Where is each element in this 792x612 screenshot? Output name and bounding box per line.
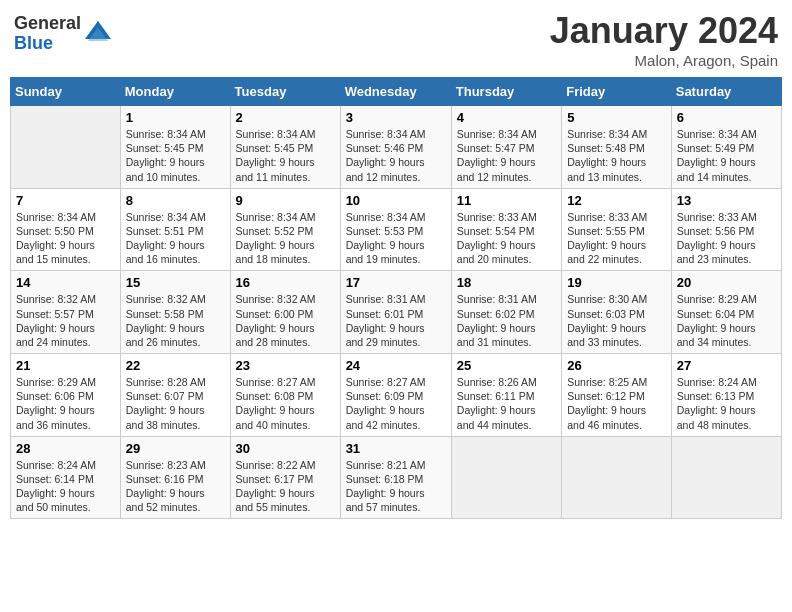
header-tuesday: Tuesday: [230, 78, 340, 106]
logo-blue-text: Blue: [14, 34, 81, 54]
day-number: 24: [346, 358, 446, 373]
day-info: Sunrise: 8:23 AM Sunset: 6:16 PM Dayligh…: [126, 458, 225, 515]
calendar-cell: 28Sunrise: 8:24 AM Sunset: 6:14 PM Dayli…: [11, 436, 121, 519]
calendar-cell: 15Sunrise: 8:32 AM Sunset: 5:58 PM Dayli…: [120, 271, 230, 354]
day-info: Sunrise: 8:34 AM Sunset: 5:47 PM Dayligh…: [457, 127, 556, 184]
day-info: Sunrise: 8:32 AM Sunset: 6:00 PM Dayligh…: [236, 292, 335, 349]
header-monday: Monday: [120, 78, 230, 106]
day-info: Sunrise: 8:28 AM Sunset: 6:07 PM Dayligh…: [126, 375, 225, 432]
day-info: Sunrise: 8:24 AM Sunset: 6:13 PM Dayligh…: [677, 375, 776, 432]
calendar-cell: 10Sunrise: 8:34 AM Sunset: 5:53 PM Dayli…: [340, 188, 451, 271]
day-number: 27: [677, 358, 776, 373]
calendar-week-row: 21Sunrise: 8:29 AM Sunset: 6:06 PM Dayli…: [11, 354, 782, 437]
calendar-week-row: 7Sunrise: 8:34 AM Sunset: 5:50 PM Daylig…: [11, 188, 782, 271]
day-info: Sunrise: 8:33 AM Sunset: 5:56 PM Dayligh…: [677, 210, 776, 267]
calendar-week-row: 28Sunrise: 8:24 AM Sunset: 6:14 PM Dayli…: [11, 436, 782, 519]
day-info: Sunrise: 8:29 AM Sunset: 6:04 PM Dayligh…: [677, 292, 776, 349]
calendar-cell: 17Sunrise: 8:31 AM Sunset: 6:01 PM Dayli…: [340, 271, 451, 354]
day-number: 17: [346, 275, 446, 290]
day-number: 13: [677, 193, 776, 208]
calendar-cell: 7Sunrise: 8:34 AM Sunset: 5:50 PM Daylig…: [11, 188, 121, 271]
day-info: Sunrise: 8:26 AM Sunset: 6:11 PM Dayligh…: [457, 375, 556, 432]
title-block: January 2024 Malon, Aragon, Spain: [550, 10, 778, 69]
header-saturday: Saturday: [671, 78, 781, 106]
calendar-cell: 22Sunrise: 8:28 AM Sunset: 6:07 PM Dayli…: [120, 354, 230, 437]
day-number: 30: [236, 441, 335, 456]
calendar-cell: 30Sunrise: 8:22 AM Sunset: 6:17 PM Dayli…: [230, 436, 340, 519]
day-info: Sunrise: 8:34 AM Sunset: 5:45 PM Dayligh…: [126, 127, 225, 184]
calendar-cell: 20Sunrise: 8:29 AM Sunset: 6:04 PM Dayli…: [671, 271, 781, 354]
calendar-table: SundayMondayTuesdayWednesdayThursdayFrid…: [10, 77, 782, 519]
day-info: Sunrise: 8:34 AM Sunset: 5:50 PM Dayligh…: [16, 210, 115, 267]
calendar-cell: 8Sunrise: 8:34 AM Sunset: 5:51 PM Daylig…: [120, 188, 230, 271]
day-number: 7: [16, 193, 115, 208]
calendar-cell: 3Sunrise: 8:34 AM Sunset: 5:46 PM Daylig…: [340, 106, 451, 189]
calendar-cell: 9Sunrise: 8:34 AM Sunset: 5:52 PM Daylig…: [230, 188, 340, 271]
day-number: 2: [236, 110, 335, 125]
day-number: 23: [236, 358, 335, 373]
calendar-cell: 25Sunrise: 8:26 AM Sunset: 6:11 PM Dayli…: [451, 354, 561, 437]
logo-general-text: General: [14, 14, 81, 34]
day-number: 8: [126, 193, 225, 208]
day-info: Sunrise: 8:27 AM Sunset: 6:08 PM Dayligh…: [236, 375, 335, 432]
calendar-cell: 21Sunrise: 8:29 AM Sunset: 6:06 PM Dayli…: [11, 354, 121, 437]
day-info: Sunrise: 8:34 AM Sunset: 5:49 PM Dayligh…: [677, 127, 776, 184]
day-number: 28: [16, 441, 115, 456]
day-info: Sunrise: 8:34 AM Sunset: 5:45 PM Dayligh…: [236, 127, 335, 184]
calendar-cell: 23Sunrise: 8:27 AM Sunset: 6:08 PM Dayli…: [230, 354, 340, 437]
header-friday: Friday: [562, 78, 672, 106]
day-number: 21: [16, 358, 115, 373]
calendar-cell: 5Sunrise: 8:34 AM Sunset: 5:48 PM Daylig…: [562, 106, 672, 189]
calendar-cell: 14Sunrise: 8:32 AM Sunset: 5:57 PM Dayli…: [11, 271, 121, 354]
day-info: Sunrise: 8:34 AM Sunset: 5:51 PM Dayligh…: [126, 210, 225, 267]
day-number: 11: [457, 193, 556, 208]
day-number: 15: [126, 275, 225, 290]
day-info: Sunrise: 8:30 AM Sunset: 6:03 PM Dayligh…: [567, 292, 666, 349]
calendar-cell: 11Sunrise: 8:33 AM Sunset: 5:54 PM Dayli…: [451, 188, 561, 271]
calendar-cell: 12Sunrise: 8:33 AM Sunset: 5:55 PM Dayli…: [562, 188, 672, 271]
calendar-cell: 1Sunrise: 8:34 AM Sunset: 5:45 PM Daylig…: [120, 106, 230, 189]
logo-icon: [83, 19, 113, 49]
calendar-cell: 19Sunrise: 8:30 AM Sunset: 6:03 PM Dayli…: [562, 271, 672, 354]
day-number: 9: [236, 193, 335, 208]
calendar-header-row: SundayMondayTuesdayWednesdayThursdayFrid…: [11, 78, 782, 106]
day-info: Sunrise: 8:34 AM Sunset: 5:52 PM Dayligh…: [236, 210, 335, 267]
day-number: 31: [346, 441, 446, 456]
calendar-cell: 16Sunrise: 8:32 AM Sunset: 6:00 PM Dayli…: [230, 271, 340, 354]
header-thursday: Thursday: [451, 78, 561, 106]
day-number: 1: [126, 110, 225, 125]
calendar-cell: 31Sunrise: 8:21 AM Sunset: 6:18 PM Dayli…: [340, 436, 451, 519]
calendar-cell: [451, 436, 561, 519]
day-info: Sunrise: 8:29 AM Sunset: 6:06 PM Dayligh…: [16, 375, 115, 432]
day-number: 19: [567, 275, 666, 290]
calendar-cell: 24Sunrise: 8:27 AM Sunset: 6:09 PM Dayli…: [340, 354, 451, 437]
day-info: Sunrise: 8:32 AM Sunset: 5:57 PM Dayligh…: [16, 292, 115, 349]
day-number: 12: [567, 193, 666, 208]
day-number: 3: [346, 110, 446, 125]
calendar-week-row: 14Sunrise: 8:32 AM Sunset: 5:57 PM Dayli…: [11, 271, 782, 354]
day-number: 18: [457, 275, 556, 290]
calendar-cell: 4Sunrise: 8:34 AM Sunset: 5:47 PM Daylig…: [451, 106, 561, 189]
day-info: Sunrise: 8:21 AM Sunset: 6:18 PM Dayligh…: [346, 458, 446, 515]
day-info: Sunrise: 8:22 AM Sunset: 6:17 PM Dayligh…: [236, 458, 335, 515]
day-number: 14: [16, 275, 115, 290]
calendar-cell: 29Sunrise: 8:23 AM Sunset: 6:16 PM Dayli…: [120, 436, 230, 519]
day-number: 4: [457, 110, 556, 125]
day-info: Sunrise: 8:33 AM Sunset: 5:55 PM Dayligh…: [567, 210, 666, 267]
calendar-cell: 2Sunrise: 8:34 AM Sunset: 5:45 PM Daylig…: [230, 106, 340, 189]
day-info: Sunrise: 8:32 AM Sunset: 5:58 PM Dayligh…: [126, 292, 225, 349]
calendar-cell: 18Sunrise: 8:31 AM Sunset: 6:02 PM Dayli…: [451, 271, 561, 354]
calendar-cell: 6Sunrise: 8:34 AM Sunset: 5:49 PM Daylig…: [671, 106, 781, 189]
title-month-year: January 2024: [550, 10, 778, 52]
day-info: Sunrise: 8:34 AM Sunset: 5:46 PM Dayligh…: [346, 127, 446, 184]
calendar-cell: 26Sunrise: 8:25 AM Sunset: 6:12 PM Dayli…: [562, 354, 672, 437]
day-number: 25: [457, 358, 556, 373]
day-number: 20: [677, 275, 776, 290]
day-number: 16: [236, 275, 335, 290]
calendar-cell: [562, 436, 672, 519]
day-info: Sunrise: 8:27 AM Sunset: 6:09 PM Dayligh…: [346, 375, 446, 432]
header-wednesday: Wednesday: [340, 78, 451, 106]
day-info: Sunrise: 8:34 AM Sunset: 5:53 PM Dayligh…: [346, 210, 446, 267]
day-info: Sunrise: 8:31 AM Sunset: 6:02 PM Dayligh…: [457, 292, 556, 349]
calendar-cell: 27Sunrise: 8:24 AM Sunset: 6:13 PM Dayli…: [671, 354, 781, 437]
